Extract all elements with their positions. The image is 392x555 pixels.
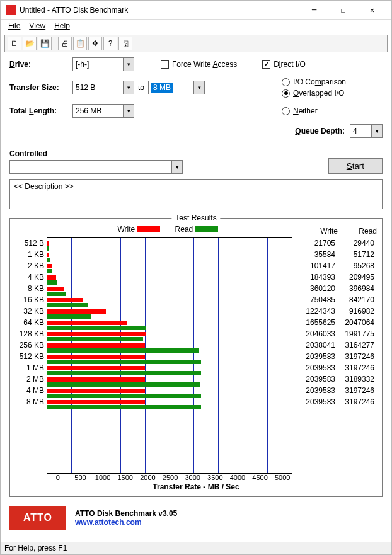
io-comparison-label: I/O Comparison bbox=[293, 77, 346, 86]
neither-label: Neither bbox=[293, 106, 318, 115]
y-axis-labels: 512 B1 KB2 KB4 KB8 KB16 KB32 KB64 KB128 … bbox=[15, 237, 47, 474]
length-label: Total Length: bbox=[9, 106, 72, 115]
direct-io-label: Direct I/O bbox=[274, 60, 306, 69]
atto-logo: ATTO bbox=[9, 506, 66, 530]
product-url[interactable]: www.attotech.com bbox=[75, 518, 177, 527]
print-icon[interactable]: 🖨 bbox=[58, 37, 72, 50]
chevron-down-icon: ▾ bbox=[123, 81, 134, 94]
close-button[interactable]: ✕ bbox=[358, 1, 386, 19]
open-icon[interactable]: 📂 bbox=[23, 37, 37, 50]
values-table: 2170529440355845171210141795268184393209… bbox=[292, 237, 374, 474]
chevron-down-icon: ▾ bbox=[371, 125, 382, 137]
transfer-label: Transfer Size: bbox=[9, 83, 72, 92]
app-icon bbox=[6, 5, 16, 15]
help-icon[interactable]: ? bbox=[103, 37, 117, 50]
chevron-down-icon: ▾ bbox=[123, 105, 134, 117]
force-write-label: Force Write Access bbox=[172, 60, 237, 69]
x-axis-title: Transfer Rate - MB / Sec bbox=[15, 483, 377, 491]
length-select[interactable]: 256 MB▾ bbox=[72, 104, 134, 118]
transfer-from-select[interactable]: 512 B▾ bbox=[72, 81, 134, 94]
legend-read: Read bbox=[175, 225, 218, 234]
drive-label: Drive: bbox=[9, 60, 72, 69]
legend-write: Write bbox=[117, 225, 159, 234]
direct-io-check[interactable] bbox=[262, 60, 270, 69]
menu-view[interactable]: View bbox=[25, 20, 49, 31]
transfer-to-select[interactable]: 8 MB▾ bbox=[148, 81, 205, 94]
controlled-select[interactable]: ▾ bbox=[9, 160, 183, 174]
start-button[interactable]: Start bbox=[328, 158, 383, 174]
x-axis-ticks: 0500100015002000250030003500400045005000 bbox=[47, 474, 294, 481]
maximize-button[interactable]: ☐ bbox=[329, 1, 357, 19]
io-comparison-radio[interactable] bbox=[282, 78, 290, 86]
new-file-icon[interactable]: 🗋 bbox=[8, 37, 21, 50]
menu-help[interactable]: Help bbox=[50, 20, 74, 31]
controlled-label: Controlled bbox=[9, 149, 383, 158]
chevron-down-icon: ▾ bbox=[193, 81, 204, 94]
chevron-down-icon: ▾ bbox=[123, 58, 134, 71]
neither-radio[interactable] bbox=[282, 107, 290, 115]
overlapped-radio[interactable] bbox=[282, 89, 290, 98]
queue-select[interactable]: 4▾ bbox=[350, 124, 383, 138]
test-results-frame: Test Results Write Read WriteRead 512 B1… bbox=[9, 218, 383, 497]
context-help-icon[interactable]: ⍰ bbox=[118, 37, 132, 50]
chart-plot bbox=[47, 237, 292, 474]
minimize-button[interactable]: ─ bbox=[300, 1, 328, 19]
description-box[interactable]: << Description >> bbox=[9, 179, 383, 209]
col-write: Write bbox=[299, 227, 338, 236]
overlapped-label: Overlapped I/O bbox=[293, 89, 344, 98]
save-icon[interactable]: 💾 bbox=[38, 37, 52, 50]
move-icon[interactable]: ✥ bbox=[88, 37, 102, 50]
to-label: to bbox=[134, 83, 148, 92]
product-name: ATTO Disk Benchmark v3.05 bbox=[75, 509, 177, 518]
copy-icon[interactable]: 📋 bbox=[73, 37, 87, 50]
menu-file[interactable]: File bbox=[4, 20, 24, 31]
results-title: Test Results bbox=[171, 214, 220, 222]
col-read: Read bbox=[338, 227, 377, 236]
queue-label: Queue Depth: bbox=[295, 127, 345, 135]
drive-select[interactable]: [-h-]▾ bbox=[72, 57, 134, 71]
window-title: Untitled - ATTO Disk Benchmark bbox=[20, 6, 300, 14]
force-write-check[interactable] bbox=[161, 60, 169, 69]
status-bar: For Help, press F1 bbox=[1, 542, 391, 554]
chevron-down-icon: ▾ bbox=[171, 161, 182, 173]
toolbar: 🗋 📂 💾 🖨 📋 ✥ ? ⍰ bbox=[4, 35, 388, 52]
